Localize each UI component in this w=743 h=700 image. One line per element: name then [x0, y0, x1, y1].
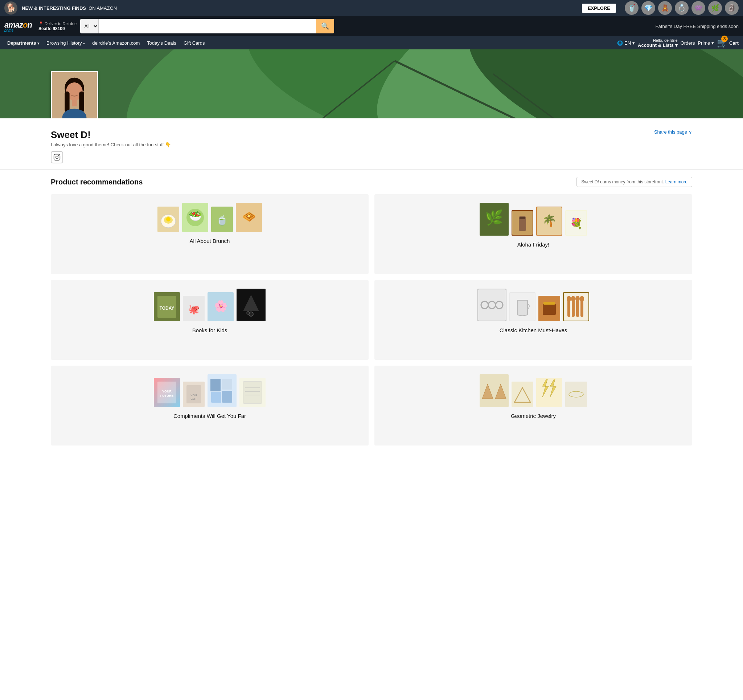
jewelry-images	[480, 374, 587, 407]
svg-rect-75	[210, 379, 221, 392]
compliments-img-2: YOU GOT	[183, 381, 204, 407]
nav-bar: Departments ▾ Browsing History ▾ deirdri…	[0, 36, 743, 49]
recommendations-header: Product recommendations Sweet D! earns m…	[51, 177, 692, 187]
product-card-brunch[interactable]: 🥗 🍵 🧇 All About Brunch	[51, 194, 369, 274]
amazon-logo[interactable]: amazon prime	[4, 20, 32, 32]
svg-rect-15	[54, 154, 60, 160]
search-icon: 🔍	[321, 22, 329, 30]
jewelry-img-3	[536, 378, 562, 407]
kids-images: TODAY 🐙 🌸	[154, 289, 266, 321]
deliver-location[interactable]: 📍 Deliver to Deirdrie Seatte 98109	[38, 21, 77, 31]
aloha-img-4: 💐	[565, 210, 587, 236]
search-button[interactable]: 🔍	[316, 19, 334, 33]
kids-img-3: 🌸	[207, 292, 234, 321]
product-card-jewelry[interactable]: Geometric Jewelry	[374, 366, 692, 445]
kitchen-product-4-svg	[564, 293, 588, 320]
compliments-product-4-svg	[240, 379, 265, 406]
nav-account-lists[interactable]: Hello, deirdrie Account & Lists ▾	[638, 38, 678, 48]
learn-more-link[interactable]: Learn more	[665, 179, 687, 184]
promo-text: NEW & INTERESTING FINDS ON AMAZON	[22, 6, 577, 11]
aloha-product-1-svg: 🌿	[480, 204, 508, 235]
profile-info-section: Sweet D! I always love a good theme! Che…	[0, 119, 743, 169]
kids-product-3-svg: 🌸	[208, 293, 233, 320]
compliments-images: YOUR FUTURE YOU GOT	[154, 374, 266, 407]
compliments-img-3	[207, 374, 237, 407]
kids-product-2-svg: 🐙	[184, 297, 204, 320]
kids-img-4	[237, 289, 266, 321]
kids-img-2: 🐙	[183, 296, 204, 321]
brunch-img-4: 🧇	[236, 203, 262, 232]
profile-avatar-svg	[52, 71, 97, 119]
product-card-compliments[interactable]: YOUR FUTURE YOU GOT	[51, 366, 369, 445]
svg-rect-11	[65, 92, 69, 112]
nav-browsing-history[interactable]: Browsing History ▾	[43, 39, 88, 47]
prime-arrow: ▾	[712, 40, 714, 46]
svg-rect-33	[520, 217, 525, 219]
compliments-product-1-svg: YOUR FUTURE	[155, 379, 179, 406]
jewelry-img-2	[512, 381, 533, 407]
kitchen-img-1	[477, 289, 506, 321]
svg-text:🧇: 🧇	[242, 210, 256, 223]
cart-label: Cart	[729, 40, 739, 46]
share-page-button[interactable]: Share this page ∨	[654, 129, 692, 135]
nav-gift-cards[interactable]: Gift Cards	[181, 39, 208, 47]
kids-product-4-svg	[237, 289, 265, 320]
svg-point-48	[247, 311, 250, 314]
svg-text:🍵: 🍵	[216, 214, 228, 226]
brunch-img-3: 🍵	[211, 206, 233, 232]
svg-text:🐙: 🐙	[188, 304, 200, 315]
svg-rect-80	[243, 381, 262, 403]
svg-text:YOUR: YOUR	[162, 390, 172, 393]
recommendations-title: Product recommendations	[51, 178, 142, 186]
svg-point-62	[567, 296, 571, 302]
promo-product-images: 🥤 💎 🧸 💍 👾 🌿 🗿	[625, 1, 739, 15]
svg-rect-56	[543, 302, 555, 305]
nav-prime[interactable]: Prime ▾	[698, 40, 714, 46]
promo-item-1: 🥤	[625, 1, 638, 15]
product-card-aloha[interactable]: 🌿 🌴	[374, 194, 692, 274]
nav-language[interactable]: 🌐 EN ▾	[617, 40, 635, 46]
nav-orders[interactable]: Orders	[681, 40, 695, 46]
svg-point-17	[58, 156, 59, 156]
svg-rect-78	[222, 391, 232, 403]
header-right: Father's Day FREE Shipping ends soon	[656, 24, 739, 29]
aloha-img-3: 🌴	[536, 206, 562, 236]
nav-cart[interactable]: 🛒 3 Cart	[717, 38, 739, 48]
explore-button[interactable]: EXPLORE	[582, 4, 616, 13]
nav-departments[interactable]: Departments ▾	[4, 39, 42, 47]
compliments-title: Compliments Will Get You Far	[173, 413, 246, 419]
product-card-kitchen[interactable]: Classic Kitchen Must-Haves	[374, 280, 692, 360]
jewelry-img-1	[480, 374, 509, 407]
kids-product-1-svg: TODAY	[155, 293, 179, 320]
search-category-select[interactable]: All	[80, 19, 99, 33]
svg-text:YOU: YOU	[191, 394, 197, 397]
nav-amazon-store[interactable]: deirdrie's Amazon.com	[89, 39, 142, 47]
jewelry-img-4	[565, 381, 587, 407]
svg-text:🌸: 🌸	[214, 300, 228, 313]
kids-img-1: TODAY	[154, 292, 180, 321]
svg-text:TODAY: TODAY	[160, 306, 175, 311]
product-card-kids[interactable]: TODAY 🐙 🌸	[51, 280, 369, 360]
profile-pic-placeholder	[52, 72, 97, 119]
svg-text:🌿: 🌿	[485, 209, 503, 226]
svg-rect-76	[211, 392, 221, 403]
svg-point-65	[580, 296, 584, 302]
jewelry-product-2-svg	[512, 382, 533, 406]
instagram-icon-button[interactable]	[51, 151, 63, 163]
svg-point-21	[166, 217, 170, 221]
nav-todays-deals[interactable]: Today's Deals	[144, 39, 179, 47]
brunch-product-2-svg: 🥗	[183, 204, 207, 231]
amazon-header: amazon prime 📍 Deliver to Deirdrie Seatt…	[0, 16, 743, 36]
jewelry-product-4-svg	[566, 382, 586, 406]
aloha-product-3-svg: 🌴	[537, 207, 562, 235]
lang-arrow: ▾	[632, 40, 635, 46]
departments-arrow: ▾	[37, 42, 39, 45]
promo-bar: 🐕 NEW & INTERESTING FINDS ON AMAZON EXPL…	[0, 0, 743, 16]
search-input[interactable]	[99, 19, 316, 33]
fathers-day-promo: Father's Day FREE Shipping ends soon	[656, 24, 739, 29]
svg-rect-77	[222, 379, 232, 390]
brunch-images: 🥗 🍵 🧇	[157, 203, 262, 232]
history-arrow: ▾	[83, 42, 85, 45]
kitchen-title: Classic Kitchen Must-Haves	[500, 327, 567, 333]
svg-rect-14	[72, 99, 77, 106]
